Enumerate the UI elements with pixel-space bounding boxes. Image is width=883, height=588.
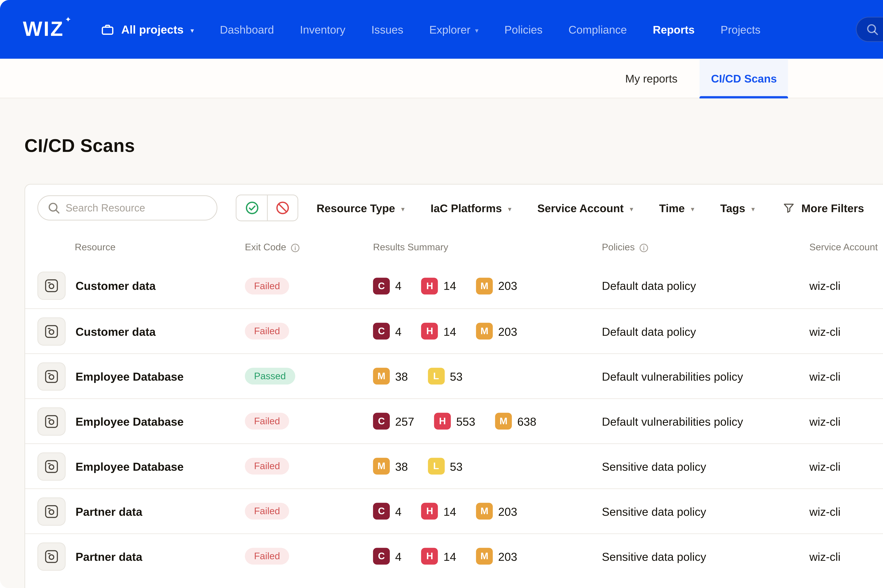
results-summary: C 4 H 14 M 203 bbox=[373, 503, 602, 520]
table-row[interactable]: Partner data Failed C 4 H bbox=[25, 488, 883, 533]
severity-count-value: 14 bbox=[444, 505, 456, 518]
search-icon bbox=[47, 201, 60, 218]
wiz-logo[interactable]: WIZ✦ bbox=[23, 19, 64, 40]
severity-badge: M bbox=[373, 458, 390, 475]
filter-dropdown[interactable]: Resource Type ▾ bbox=[317, 202, 405, 214]
table-row[interactable]: Customer data Failed C 4 bbox=[25, 308, 883, 353]
service-account: wiz-cli bbox=[810, 505, 883, 518]
severity-badge: L bbox=[428, 458, 445, 475]
failed-filter-button[interactable] bbox=[267, 195, 298, 220]
table-row[interactable]: Customer data Failed C 4 bbox=[25, 263, 883, 308]
search-icon bbox=[866, 23, 879, 39]
passed-filter-button[interactable] bbox=[237, 195, 267, 220]
resource-name: Partner data bbox=[76, 550, 142, 563]
filter-dropdowns: Resource Type ▾ IaC Platforms ▾ Service … bbox=[317, 202, 755, 214]
resource-name: Customer data bbox=[76, 325, 156, 338]
exit-code-toggle bbox=[236, 195, 298, 221]
severity-count: H 14 bbox=[421, 548, 456, 565]
page-title: CI/CD Scans bbox=[24, 135, 135, 156]
nav-item[interactable]: Policies bbox=[504, 23, 543, 36]
sparkle-icon: ✦ bbox=[65, 16, 73, 24]
resource-icon bbox=[37, 317, 66, 345]
exit-code-badge: Failed bbox=[245, 548, 289, 565]
severity-count-value: 203 bbox=[498, 505, 517, 518]
severity-badge: C bbox=[373, 548, 390, 565]
chevron-down-icon: ▾ bbox=[751, 205, 755, 213]
info-icon[interactable] bbox=[291, 243, 300, 252]
severity-badge: M bbox=[476, 323, 493, 340]
severity-count: H 553 bbox=[434, 413, 475, 430]
nav-item[interactable]: Dashboard bbox=[220, 23, 274, 36]
briefcase-icon bbox=[100, 22, 114, 36]
nav-item[interactable]: Compliance bbox=[568, 23, 627, 36]
info-icon[interactable] bbox=[639, 243, 649, 252]
severity-count: C 4 bbox=[373, 278, 402, 294]
resource-search bbox=[37, 195, 217, 220]
chevron-down-icon: ▾ bbox=[475, 26, 478, 34]
more-filters-button[interactable]: More Filters bbox=[783, 202, 864, 214]
service-account: wiz-cli bbox=[810, 415, 883, 428]
filter-dropdown[interactable]: IaC Platforms ▾ bbox=[430, 202, 511, 214]
policy-name: Default vulnerabilities policy bbox=[602, 415, 810, 428]
main-nav: Dashboard Inventory Issues Explorer ▾ bbox=[220, 23, 761, 36]
policy-name: Default data policy bbox=[602, 279, 810, 292]
severity-count: M 203 bbox=[476, 323, 517, 340]
table-row[interactable]: Employee Database Failed C 257 bbox=[25, 398, 883, 443]
table-row[interactable]: Partner data Failed C 4 H bbox=[25, 533, 883, 579]
logo-text: WIZ bbox=[23, 18, 64, 40]
severity-count-value: 203 bbox=[498, 550, 517, 563]
resource-search-input[interactable] bbox=[37, 195, 217, 220]
column-header-resource: Resource bbox=[75, 242, 115, 253]
policy-name: Default data policy bbox=[602, 325, 810, 338]
exit-code-badge: Passed bbox=[245, 368, 295, 385]
filter-dropdown[interactable]: Time ▾ bbox=[659, 202, 694, 214]
filter-bar: Resource Type ▾ IaC Platforms ▾ Service … bbox=[25, 185, 883, 231]
severity-count-value: 4 bbox=[395, 279, 402, 292]
filter-dropdown[interactable]: Service Account ▾ bbox=[537, 202, 633, 214]
severity-badge: M bbox=[476, 548, 493, 565]
severity-count: H 14 bbox=[421, 278, 456, 294]
severity-count: C 4 bbox=[373, 503, 402, 520]
severity-count-value: 553 bbox=[456, 415, 475, 428]
severity-count-value: 638 bbox=[517, 415, 536, 428]
chevron-down-icon: ▾ bbox=[508, 205, 511, 213]
scans-table-card: Resource Type ▾ IaC Platforms ▾ Service … bbox=[24, 184, 883, 588]
resource-name: Employee Database bbox=[76, 415, 184, 428]
severity-count-value: 38 bbox=[395, 460, 408, 472]
nav-item[interactable]: Reports bbox=[653, 23, 695, 36]
nav-item[interactable]: Projects bbox=[721, 23, 760, 36]
column-header-service-account: Service Account bbox=[810, 242, 878, 253]
resource-icon bbox=[37, 542, 66, 570]
nav-item[interactable]: Issues bbox=[372, 23, 403, 36]
global-search bbox=[856, 17, 883, 42]
severity-badge: C bbox=[373, 278, 390, 294]
report-tab[interactable]: CI/CD Scans bbox=[700, 59, 789, 99]
severity-badge: M bbox=[373, 368, 390, 385]
chevron-down-icon: ▾ bbox=[401, 205, 405, 213]
resource-icon bbox=[37, 497, 66, 525]
results-summary: M 38 L 53 bbox=[373, 368, 602, 385]
table-row[interactable]: Employee Database Failed M 38 bbox=[25, 443, 883, 488]
resource-name: Employee Database bbox=[76, 370, 184, 382]
project-selector-label: All projects bbox=[121, 23, 184, 36]
severity-count-value: 14 bbox=[444, 279, 456, 292]
severity-badge: H bbox=[421, 323, 438, 340]
resource-name: Customer data bbox=[76, 279, 156, 292]
policy-name: Sensitive data policy bbox=[602, 550, 810, 563]
resource-icon bbox=[37, 452, 66, 480]
nav-item[interactable]: Inventory bbox=[300, 23, 345, 36]
top-navbar: WIZ✦ All projects ▾ Dashboard Inventory bbox=[0, 0, 883, 59]
filter-dropdown[interactable]: Tags ▾ bbox=[720, 202, 755, 214]
table-row[interactable]: Employee Database Passed M 38 bbox=[25, 353, 883, 399]
results-summary: C 4 H 14 M 203 bbox=[373, 278, 602, 294]
project-selector[interactable]: All projects ▾ bbox=[100, 22, 194, 36]
nav-item[interactable]: Explorer ▾ bbox=[429, 23, 478, 36]
severity-badge: H bbox=[434, 413, 451, 430]
severity-count-value: 14 bbox=[444, 325, 456, 338]
severity-count: M 203 bbox=[476, 278, 517, 294]
report-tab[interactable]: My reports bbox=[614, 59, 689, 99]
resource-name: Employee Database bbox=[76, 460, 184, 472]
table-header: Resource Exit Code Results Summary Polic… bbox=[25, 231, 883, 263]
severity-count: C 257 bbox=[373, 413, 414, 430]
severity-count: L 53 bbox=[428, 458, 463, 475]
